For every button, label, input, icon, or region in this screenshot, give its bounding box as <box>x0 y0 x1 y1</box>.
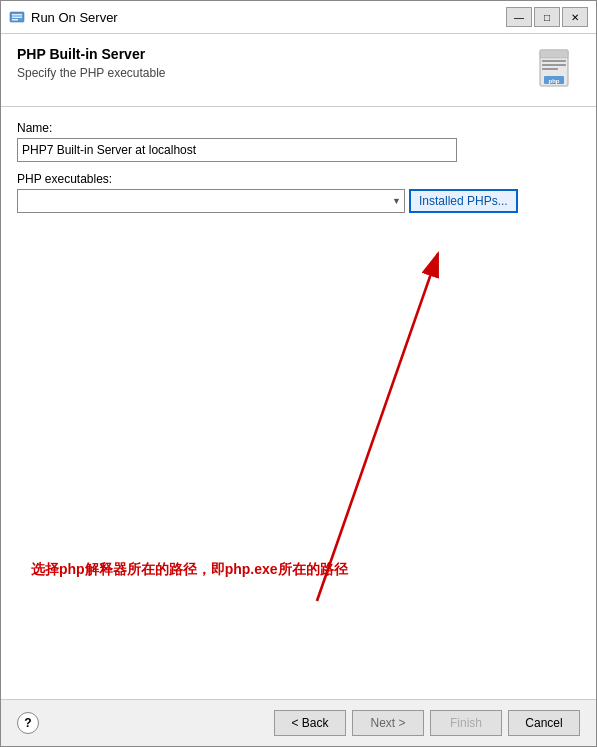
header-icon: php <box>532 46 580 94</box>
window-title: Run On Server <box>31 10 506 25</box>
cancel-button[interactable]: Cancel <box>508 710 580 736</box>
header-section: PHP Built-in Server Specify the PHP exec… <box>1 34 596 107</box>
content-area: Name: PHP executables: Installed PHPs... <box>1 107 596 699</box>
header-title: PHP Built-in Server <box>17 46 166 62</box>
php-server-icon: php <box>536 46 576 94</box>
svg-rect-3 <box>12 19 18 21</box>
footer-right: < Back Next > Finish Cancel <box>274 710 580 736</box>
php-exec-select[interactable] <box>17 189 405 213</box>
maximize-button[interactable]: □ <box>534 7 560 27</box>
name-input[interactable] <box>17 138 457 162</box>
svg-rect-5 <box>540 50 568 58</box>
svg-line-12 <box>317 253 438 601</box>
svg-rect-1 <box>12 14 22 16</box>
svg-text:php: php <box>549 78 560 84</box>
svg-rect-8 <box>542 68 558 70</box>
close-button[interactable]: ✕ <box>562 7 588 27</box>
footer-left: ? <box>17 712 39 734</box>
php-exec-label: PHP executables: <box>17 172 580 186</box>
title-bar: Run On Server — □ ✕ <box>1 1 596 34</box>
window-controls: — □ ✕ <box>506 7 588 27</box>
back-button[interactable]: < Back <box>274 710 346 736</box>
window-icon <box>9 9 25 25</box>
header-text: PHP Built-in Server Specify the PHP exec… <box>17 46 166 80</box>
main-window: Run On Server — □ ✕ PHP Built-in Server … <box>0 0 597 747</box>
header-subtitle: Specify the PHP executable <box>17 66 166 80</box>
svg-rect-7 <box>542 64 566 66</box>
php-exec-select-wrapper <box>17 189 405 213</box>
help-button[interactable]: ? <box>17 712 39 734</box>
php-exec-group: PHP executables: Installed PHPs... <box>17 172 580 213</box>
name-group: Name: <box>17 121 580 162</box>
svg-rect-2 <box>12 17 22 19</box>
annotation-arrow-svg <box>1 187 596 699</box>
next-button[interactable]: Next > <box>352 710 424 736</box>
footer: ? < Back Next > Finish Cancel <box>1 699 596 746</box>
annotation-text: 选择php解释器所在的路径，即php.exe所在的路径 <box>31 561 348 579</box>
svg-rect-6 <box>542 60 566 62</box>
minimize-button[interactable]: — <box>506 7 532 27</box>
finish-button[interactable]: Finish <box>430 710 502 736</box>
php-exec-row: Installed PHPs... <box>17 189 580 213</box>
installed-phps-button[interactable]: Installed PHPs... <box>409 189 518 213</box>
name-label: Name: <box>17 121 580 135</box>
annotation-area: 选择php解释器所在的路径，即php.exe所在的路径 <box>1 187 596 699</box>
